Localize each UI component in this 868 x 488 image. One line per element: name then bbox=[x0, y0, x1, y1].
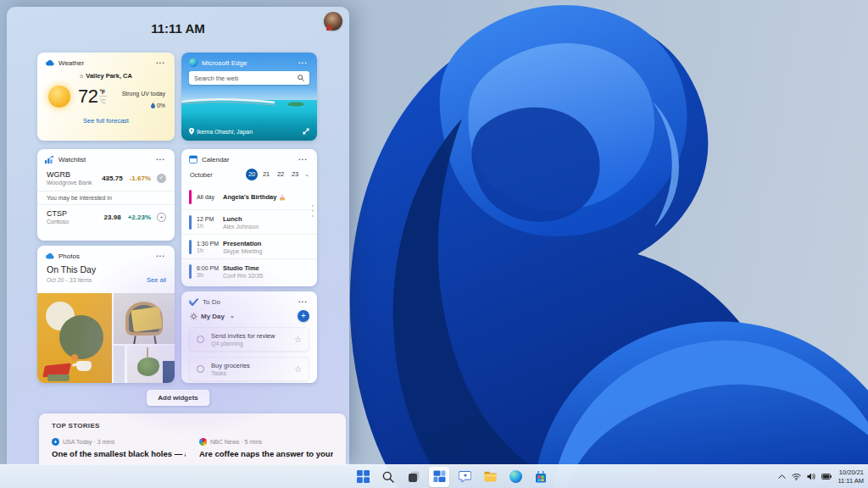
watchlist-header: Watchlist ••• bbox=[37, 149, 175, 166]
watchlist-widget[interactable]: Watchlist ••• WGRB Woodgrove Bank 435.75… bbox=[37, 149, 175, 241]
todo-task[interactable]: Send invites for review Q4 planning ☆ bbox=[189, 327, 309, 352]
nbc-news-icon bbox=[199, 438, 207, 446]
top-stories-card: TOP STORIES USA Today · 3 mins One of th… bbox=[39, 413, 346, 464]
photos-widget[interactable]: Photos ••• On This Day Oct 20 - 33 items… bbox=[37, 246, 175, 383]
calendar-day[interactable]: 22 bbox=[275, 169, 287, 180]
story-source-meta: USA Today · 3 mins bbox=[63, 439, 114, 445]
weather-forecast-link[interactable]: See full forecast bbox=[37, 117, 175, 125]
photo-thumbnail[interactable] bbox=[114, 346, 175, 383]
star-icon[interactable]: ☆ bbox=[294, 365, 302, 374]
calendar-widget[interactable]: Calendar ••• October 20 21 22 23 ⌄ All d… bbox=[181, 149, 317, 286]
news-story[interactable]: NBC News · 5 mins Are coffee naps the an… bbox=[199, 438, 333, 458]
calendar-title: Calendar bbox=[202, 156, 292, 164]
task-complete-circle[interactable] bbox=[197, 365, 204, 373]
added-check-icon[interactable]: ✓ bbox=[157, 174, 166, 183]
watchlist-menu-button[interactable]: ••• bbox=[154, 155, 167, 164]
add-stock-icon[interactable]: + bbox=[157, 213, 166, 222]
tray-time-value: 11:11 AM bbox=[837, 477, 864, 485]
todo-task[interactable]: Buy groceries Tasks ☆ bbox=[189, 357, 309, 381]
search-input[interactable] bbox=[194, 75, 298, 82]
todo-widget[interactable]: To Do ••• My Day ⌄ + Send invites for re… bbox=[181, 291, 317, 383]
story-headline[interactable]: Are coffee naps the answer to your bbox=[199, 449, 333, 458]
news-story[interactable]: USA Today · 3 mins One of the smallest b… bbox=[52, 438, 186, 458]
widgets-button[interactable] bbox=[429, 467, 449, 487]
taskbar-pinned-icons bbox=[353, 465, 551, 488]
watchlist-title: Watchlist bbox=[58, 156, 150, 164]
search-icon bbox=[382, 471, 394, 483]
photo-thumbnail[interactable] bbox=[114, 293, 175, 344]
calendar-expand-chevron-icon[interactable]: ⌄ bbox=[304, 171, 309, 178]
chevron-down-icon: ⌄ bbox=[230, 313, 235, 319]
todo-menu-button[interactable]: ••• bbox=[297, 297, 309, 306]
file-explorer-button[interactable] bbox=[480, 467, 500, 487]
todo-list-selector[interactable]: My Day ⌄ bbox=[190, 313, 235, 320]
battery-icon[interactable] bbox=[821, 474, 832, 480]
calendar-header: Calendar ••• bbox=[181, 149, 317, 166]
calendar-event[interactable]: 1:30 PM 1h Presentation Skype Meeting bbox=[181, 234, 317, 258]
stock-price: 435.75 bbox=[102, 175, 122, 182]
story-headline[interactable]: One of the smallest black holes — and bbox=[52, 449, 186, 458]
calendar-event[interactable]: 6:00 PM 3h Studio Time Conf Rm 32/35 bbox=[181, 258, 317, 283]
weather-widget[interactable]: Weather ••• ⌂ Valley Park, CA 72 °F °C bbox=[37, 53, 175, 141]
todo-title: To Do bbox=[203, 298, 292, 306]
calendar-event[interactable]: All day Angela's Birthday bbox=[181, 185, 317, 209]
stock-price: 23.98 bbox=[104, 214, 121, 221]
calendar-day[interactable]: 23 bbox=[289, 169, 301, 180]
weather-menu-button[interactable]: ••• bbox=[154, 58, 167, 67]
calendar-day[interactable]: 21 bbox=[260, 169, 272, 180]
calendar-day-selected[interactable]: 20 bbox=[246, 169, 258, 180]
search-button[interactable] bbox=[378, 467, 398, 487]
weather-main: 72 °F °C Strong UV today 0% bbox=[37, 80, 175, 108]
event-title: Lunch bbox=[223, 215, 259, 223]
photos-collage[interactable] bbox=[37, 293, 175, 383]
calendar-month: October bbox=[190, 171, 243, 179]
watchlist-chart-icon bbox=[45, 156, 54, 164]
watchlist-row[interactable]: WGRB Woodgrove Bank 435.75 -1.67% ✓ bbox=[37, 166, 175, 191]
event-subtitle: Skype Meeting bbox=[223, 248, 262, 254]
unit-fahrenheit[interactable]: °F bbox=[99, 89, 105, 95]
calendar-menu-button[interactable]: ••• bbox=[297, 155, 309, 164]
photo-thumbnail[interactable] bbox=[37, 293, 112, 383]
watchlist-row[interactable]: CTSP Contoso 23.98 +2.23% + bbox=[37, 205, 175, 230]
task-view-button[interactable] bbox=[403, 467, 424, 487]
event-time: 12 PM bbox=[197, 216, 223, 222]
precipitation-value: 0% bbox=[157, 103, 165, 108]
temperature-value: 72 bbox=[78, 86, 97, 107]
wifi-icon[interactable] bbox=[792, 474, 801, 480]
calendar-scroll-indicator[interactable] bbox=[312, 205, 314, 217]
event-color-bar bbox=[189, 264, 192, 279]
volume-icon[interactable] bbox=[807, 473, 815, 480]
edge-search-box[interactable] bbox=[189, 71, 309, 85]
microsoft-store-button[interactable] bbox=[531, 467, 551, 487]
tray-chevron-icon[interactable] bbox=[778, 474, 786, 479]
calendar-event[interactable]: 12 PM 1h Lunch Alex Johnson bbox=[181, 209, 317, 234]
event-subtitle: Conf Rm 32/35 bbox=[223, 273, 263, 279]
start-button[interactable] bbox=[353, 467, 373, 487]
stock-symbol: CTSP bbox=[47, 209, 104, 218]
task-complete-circle[interactable] bbox=[197, 336, 204, 343]
photos-menu-button[interactable]: ••• bbox=[154, 252, 167, 260]
expand-icon[interactable] bbox=[303, 128, 309, 135]
stock-name: Woodgrove Bank bbox=[47, 180, 102, 186]
temperature-unit-toggle[interactable]: °F °C bbox=[99, 89, 107, 107]
user-avatar[interactable] bbox=[324, 12, 342, 30]
add-widgets-button[interactable]: Add widgets bbox=[147, 390, 209, 406]
star-icon[interactable]: ☆ bbox=[294, 336, 302, 344]
weather-location-row[interactable]: ⌂ Valley Park, CA bbox=[37, 72, 175, 80]
edge-menu-button[interactable]: ••• bbox=[297, 58, 309, 67]
unit-divider bbox=[99, 96, 107, 97]
weather-header: Weather ••• bbox=[37, 53, 175, 69]
photos-subtitle: Oct 20 - 33 items bbox=[47, 277, 147, 283]
add-task-button[interactable]: + bbox=[298, 310, 309, 322]
photos-see-all-link[interactable]: See all bbox=[147, 276, 166, 284]
tray-clock[interactable]: 10/20/21 11:11 AM bbox=[837, 469, 864, 485]
watchlist-suggestion-label: You may be interested in bbox=[37, 191, 175, 205]
event-title: Angela's Birthday bbox=[223, 193, 276, 201]
tray-date: 10/20/21 bbox=[837, 469, 864, 477]
edge-widget[interactable]: Microsoft Edge ••• Ikema Ohashi, Japan bbox=[181, 53, 317, 141]
edge-browser-button[interactable] bbox=[505, 467, 526, 487]
unit-celsius[interactable]: °C bbox=[99, 98, 105, 104]
search-icon bbox=[298, 75, 304, 81]
todo-list-label: My Day bbox=[201, 313, 225, 320]
chat-button[interactable] bbox=[454, 467, 475, 487]
